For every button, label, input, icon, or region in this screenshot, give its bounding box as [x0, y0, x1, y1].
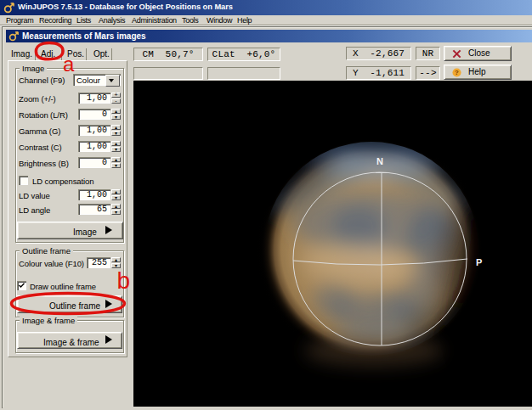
- svg-text:P: P: [476, 257, 482, 267]
- svg-text:N: N: [376, 156, 383, 166]
- svg-text:?: ?: [455, 69, 459, 76]
